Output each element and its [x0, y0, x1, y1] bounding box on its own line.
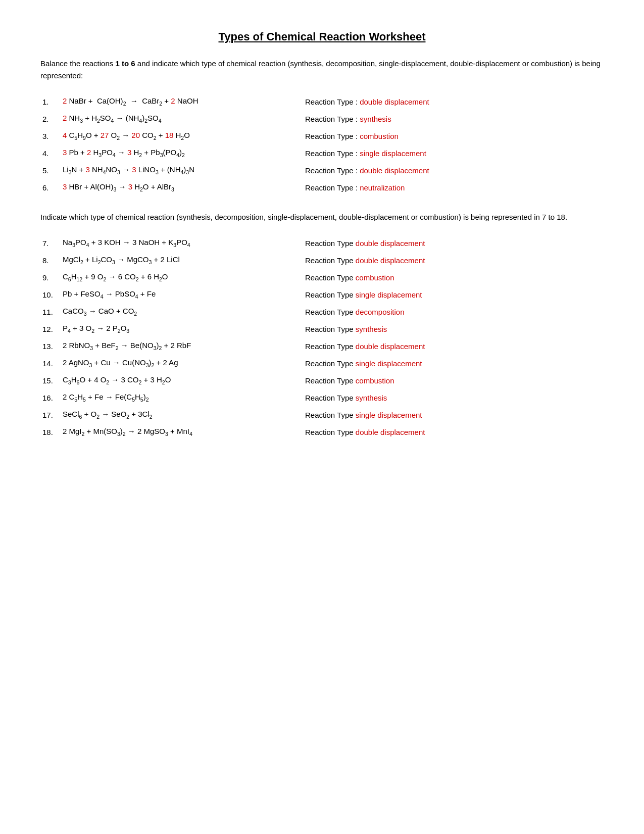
reaction-num: 7. — [40, 234, 61, 252]
reaction-num: 9. — [40, 269, 61, 286]
reaction-num: 5. — [40, 162, 61, 179]
table-row: 17. SeCl6 + O2 → SeO2 + 3Cl2 Reaction Ty… — [40, 406, 604, 423]
reaction-type: Reaction Type synthesis — [303, 320, 604, 337]
reaction-type: Reaction Type double displacement — [303, 252, 604, 269]
reaction-num: 10. — [40, 286, 61, 303]
table-row: 12. P4 + 3 O2 → 2 P2O3 Reaction Type syn… — [40, 320, 604, 337]
reaction-equation: 2 C5H5 + Fe → Fe(C5H5)2 — [61, 389, 303, 406]
reaction-type: Reaction Type combustion — [303, 269, 604, 286]
reaction-num: 18. — [40, 423, 61, 440]
table-row: 13. 2 RbNO3 + BeF2 → Be(NO3)2 + 2 RbF Re… — [40, 337, 604, 355]
table-row: 18. 2 MgI2 + Mn(SO3)2 → 2 MgSO3 + MnI4 R… — [40, 423, 604, 440]
reaction-num: 4. — [40, 144, 61, 162]
reaction-type: Reaction Type double displacement — [303, 234, 604, 252]
table-row: 5. Li3N + 3 NH4NO3 → 3 LiNO3 + (NH4)3N R… — [40, 162, 604, 179]
reaction-equation: CaCO3 → CaO + CO2 — [61, 303, 303, 320]
reaction-num: 11. — [40, 303, 61, 320]
reaction-equation: 2 AgNO3 + Cu → Cu(NO3)2 + 2 Ag — [61, 355, 303, 372]
reaction-equation: Li3N + 3 NH4NO3 → 3 LiNO3 + (NH4)3N — [61, 162, 303, 179]
reaction-num: 13. — [40, 337, 61, 355]
table-row: 3. 4 C5H9O + 27 O2 → 20 CO2 + 18 H2O Rea… — [40, 127, 604, 144]
reaction-type: Reaction Type : double displacement — [303, 93, 604, 110]
reaction-num: 8. — [40, 252, 61, 269]
reaction-type: Reaction Type double displacement — [303, 423, 604, 440]
table-row: 7. Na3PO4 + 3 KOH → 3 NaOH + K3PO4 React… — [40, 234, 604, 252]
reaction-equation: 2 NaBr + Ca(OH)2 → CaBr2 + 2 NaOH — [61, 93, 303, 110]
table-row: 15. C3H6O + 4 O2 → 3 CO2 + 3 H2O Reactio… — [40, 372, 604, 389]
reaction-equation: 3 HBr + Al(OH)3 → 3 H2O + AlBr3 — [61, 179, 303, 196]
reaction-num: 6. — [40, 179, 61, 196]
table-row: 6. 3 HBr + Al(OH)3 → 3 H2O + AlBr3 React… — [40, 179, 604, 196]
reaction-type: Reaction Type single displacement — [303, 406, 604, 423]
instructions-part2: Indicate which type of chemical reaction… — [40, 211, 604, 223]
reaction-type: Reaction Type : synthesis — [303, 110, 604, 127]
reaction-type: Reaction Type single displacement — [303, 286, 604, 303]
reaction-type: Reaction Type : single displacement — [303, 144, 604, 162]
reaction-num: 3. — [40, 127, 61, 144]
reaction-type: Reaction Type combustion — [303, 372, 604, 389]
reaction-equation: C3H6O + 4 O2 → 3 CO2 + 3 H2O — [61, 372, 303, 389]
reaction-equation: 2 NH3 + H2SO4 → (NH4)2SO4 — [61, 110, 303, 127]
reaction-num: 2. — [40, 110, 61, 127]
reaction-equation: 2 RbNO3 + BeF2 → Be(NO3)2 + 2 RbF — [61, 337, 303, 355]
table-row: 1. 2 NaBr + Ca(OH)2 → CaBr2 + 2 NaOH Rea… — [40, 93, 604, 110]
instructions-part1: Balance the reactions 1 to 6 and indicat… — [40, 58, 604, 82]
reaction-num: 14. — [40, 355, 61, 372]
reaction-equation: 4 C5H9O + 27 O2 → 20 CO2 + 18 H2O — [61, 127, 303, 144]
table-row: 9. C6H12 + 9 O2 → 6 CO2 + 6 H2O Reaction… — [40, 269, 604, 286]
reaction-type: Reaction Type : double displacement — [303, 162, 604, 179]
reaction-equation: MgCl2 + Li2CO3 → MgCO3 + 2 LiCl — [61, 252, 303, 269]
reaction-equation: Na3PO4 + 3 KOH → 3 NaOH + K3PO4 — [61, 234, 303, 252]
table-row: 2. 2 NH3 + H2SO4 → (NH4)2SO4 Reaction Ty… — [40, 110, 604, 127]
reaction-equation: Pb + FeSO4 → PbSO4 + Fe — [61, 286, 303, 303]
reactions-table-part1: 1. 2 NaBr + Ca(OH)2 → CaBr2 + 2 NaOH Rea… — [40, 93, 604, 196]
reaction-num: 12. — [40, 320, 61, 337]
reaction-type: Reaction Type : neutralization — [303, 179, 604, 196]
page-title: Types of Chemical Reaction Worksheet — [40, 30, 604, 43]
reaction-num: 16. — [40, 389, 61, 406]
reaction-num: 17. — [40, 406, 61, 423]
reaction-equation: C6H12 + 9 O2 → 6 CO2 + 6 H2O — [61, 269, 303, 286]
reaction-equation: 2 MgI2 + Mn(SO3)2 → 2 MgSO3 + MnI4 — [61, 423, 303, 440]
reaction-type: Reaction Type : combustion — [303, 127, 604, 144]
table-row: 14. 2 AgNO3 + Cu → Cu(NO3)2 + 2 Ag React… — [40, 355, 604, 372]
reaction-type: Reaction Type double displacement — [303, 337, 604, 355]
reaction-num: 15. — [40, 372, 61, 389]
table-row: 4. 3 Pb + 2 H3PO4 → 3 H2 + Pb3(PO4)2 Rea… — [40, 144, 604, 162]
reaction-equation: P4 + 3 O2 → 2 P2O3 — [61, 320, 303, 337]
reaction-num: 1. — [40, 93, 61, 110]
reaction-type: Reaction Type synthesis — [303, 389, 604, 406]
reactions-table-part2: 7. Na3PO4 + 3 KOH → 3 NaOH + K3PO4 React… — [40, 234, 604, 440]
reaction-type: Reaction Type single displacement — [303, 355, 604, 372]
table-row: 10. Pb + FeSO4 → PbSO4 + Fe Reaction Typ… — [40, 286, 604, 303]
table-row: 11. CaCO3 → CaO + CO2 Reaction Type deco… — [40, 303, 604, 320]
reaction-equation: 3 Pb + 2 H3PO4 → 3 H2 + Pb3(PO4)2 — [61, 144, 303, 162]
reaction-type: Reaction Type decomposition — [303, 303, 604, 320]
table-row: 8. MgCl2 + Li2CO3 → MgCO3 + 2 LiCl React… — [40, 252, 604, 269]
reaction-equation: SeCl6 + O2 → SeO2 + 3Cl2 — [61, 406, 303, 423]
table-row: 16. 2 C5H5 + Fe → Fe(C5H5)2 Reaction Typ… — [40, 389, 604, 406]
